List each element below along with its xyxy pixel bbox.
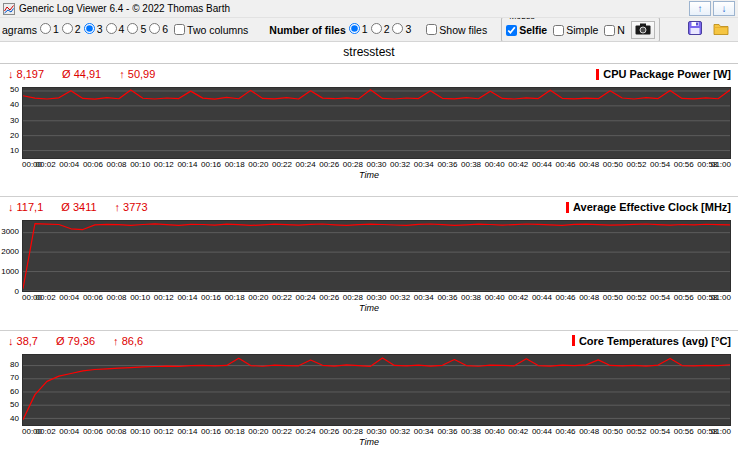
- x-tick-label: 00:44: [532, 160, 552, 170]
- x-tick-label: 00:48: [579, 293, 599, 303]
- charts: ↓ 8,197 Ø 44,91 ↑ 50,99 CPU Package Powe…: [0, 64, 738, 463]
- series-color-swatch: [566, 202, 569, 213]
- files-radio-1[interactable]: [349, 23, 360, 34]
- x-tick-label: 00:08: [107, 160, 127, 170]
- x-tick-label: 00:16: [201, 160, 221, 170]
- x-tick-label: 00:50: [603, 427, 623, 437]
- x-tick-label: 00:30: [366, 427, 386, 437]
- stat-min: ↓ 8,197: [8, 68, 44, 80]
- simple-checkbox[interactable]: [553, 25, 564, 36]
- x-tick-label: 00:38: [461, 293, 481, 303]
- files-option-2[interactable]: 2: [371, 23, 390, 35]
- show-files-checkbox-label[interactable]: Show files: [426, 24, 487, 36]
- series-color-swatch: [572, 335, 575, 346]
- files-option-3[interactable]: 3: [392, 23, 411, 35]
- x-tick-label: 00:10: [130, 293, 150, 303]
- x-tick-label: 00:14: [177, 427, 197, 437]
- diagrams-radio-3[interactable]: [84, 23, 95, 34]
- diagrams-option-5[interactable]: 5: [127, 23, 146, 35]
- diagrams-option-6[interactable]: 6: [149, 23, 168, 35]
- diagrams-label-6: 6: [162, 23, 168, 35]
- chart-header: ↓ 8,197 Ø 44,91 ↑ 50,99 CPU Package Powe…: [0, 67, 738, 81]
- two-columns-checkbox[interactable]: [174, 24, 185, 35]
- x-axis-title: Time: [0, 170, 738, 181]
- chart-title: Core Temperatures (avg) [°C]: [572, 335, 731, 347]
- x-tick-label: 00:04: [59, 293, 79, 303]
- chart-title: CPU Package Power [W]: [596, 68, 731, 80]
- x-tick-label: 00:56: [674, 160, 694, 170]
- diagrams-label-5: 5: [140, 23, 146, 35]
- x-tick-label: 00:26: [319, 160, 339, 170]
- x-tick-label: 00:34: [414, 293, 434, 303]
- two-columns-checkbox-label[interactable]: Two columns: [174, 24, 248, 36]
- screenshot-button[interactable]: [631, 21, 655, 39]
- files-radio-3[interactable]: [392, 23, 403, 34]
- diagrams-radio-2[interactable]: [62, 23, 73, 34]
- x-axis-title: Time: [0, 437, 738, 448]
- stat-min: ↓ 117,1: [8, 201, 43, 213]
- y-tick-label: 80: [10, 361, 19, 369]
- folder-icon: [713, 22, 729, 38]
- x-tick-label: 00:14: [177, 160, 197, 170]
- up-arrow-icon: ↑: [698, 3, 703, 14]
- floppy-icon: [688, 21, 702, 38]
- plot-area[interactable]: [22, 87, 731, 159]
- x-tick-label: 00:52: [626, 160, 646, 170]
- x-tick-label: 00:10: [130, 427, 150, 437]
- show-files-checkbox[interactable]: [426, 24, 437, 35]
- diagrams-option-3[interactable]: 3: [84, 23, 103, 35]
- y-axis: 4050607080: [0, 354, 22, 426]
- x-tick-label: 00:46: [556, 293, 576, 303]
- x-tick-label: 00:56: [674, 293, 694, 303]
- plot-area[interactable]: [22, 220, 731, 292]
- selfie-checkbox-label[interactable]: Selfie: [506, 24, 547, 36]
- diagrams-radio-4[interactable]: [106, 23, 117, 34]
- number-of-files-label: Number of files: [269, 24, 345, 36]
- x-tick-label: 00:18: [225, 293, 245, 303]
- n-mode-checkbox[interactable]: [604, 25, 615, 36]
- expand-all-button[interactable]: ↓: [713, 1, 735, 16]
- n-mode-checkbox-label[interactable]: N: [604, 24, 625, 36]
- window-buttons: ↑ ↓: [689, 1, 735, 16]
- y-tick-label: 60: [10, 388, 19, 396]
- chart-header: ↓ 38,7 Ø 79,36 ↑ 86,6 Core Temperatures …: [0, 334, 738, 348]
- collapse-all-button[interactable]: ↑: [689, 1, 711, 16]
- x-tick-label: 00:22: [272, 293, 292, 303]
- files-radio-2[interactable]: [371, 23, 382, 34]
- diagrams-label-4: 4: [119, 23, 125, 35]
- plot-area[interactable]: [22, 354, 731, 426]
- app-icon: [3, 3, 15, 15]
- y-tick-label: 40: [10, 415, 19, 423]
- x-tick-label: 00:54: [650, 160, 670, 170]
- open-button[interactable]: [709, 21, 733, 39]
- diagrams-option-1[interactable]: 1: [40, 23, 59, 35]
- files-option-1[interactable]: 1: [349, 23, 368, 35]
- x-tick-label: 01:00: [711, 293, 731, 303]
- stat-avg: Ø 79,36: [56, 335, 95, 347]
- diagrams-radio-5[interactable]: [127, 23, 138, 34]
- diagrams-radio-6[interactable]: [149, 23, 160, 34]
- diagrams-option-2[interactable]: 2: [62, 23, 81, 35]
- x-tick-label: 00:22: [272, 427, 292, 437]
- x-tick-label: 00:12: [154, 427, 174, 437]
- selfie-checkbox[interactable]: [506, 25, 517, 36]
- x-tick-label: 00:12: [154, 160, 174, 170]
- simple-checkbox-label[interactable]: Simple: [553, 24, 598, 36]
- toolbar: agrams 123456 Two columns Number of file…: [0, 18, 738, 42]
- x-tick-label: 00:08: [107, 427, 127, 437]
- x-tick-label: 00:26: [319, 427, 339, 437]
- y-tick-label: 40: [10, 101, 19, 109]
- x-tick-label: 00:42: [508, 293, 528, 303]
- x-tick-label: 00:34: [414, 160, 434, 170]
- y-tick-label: 20: [10, 132, 19, 140]
- x-tick-label: 00:20: [248, 293, 268, 303]
- save-button[interactable]: [684, 21, 706, 39]
- diagrams-option-4[interactable]: 4: [106, 23, 125, 35]
- diagrams-radio-1[interactable]: [40, 23, 51, 34]
- chart-title-label: Core Temperatures (avg) [°C]: [579, 335, 731, 347]
- modes-group: Modes Selfie Simple N: [501, 18, 660, 42]
- diagrams-label-2: 2: [75, 23, 81, 35]
- x-tick-label: 00:38: [461, 427, 481, 437]
- y-tick-label: 10: [10, 147, 19, 155]
- stat-max: ↑ 86,6: [113, 335, 143, 347]
